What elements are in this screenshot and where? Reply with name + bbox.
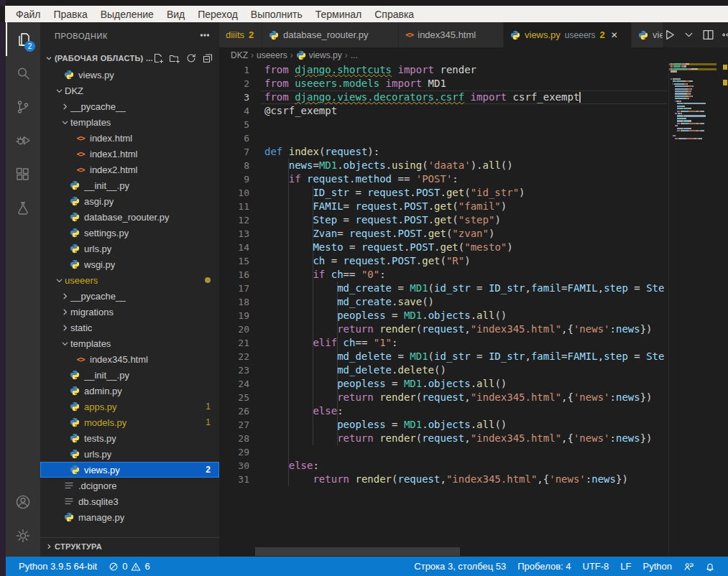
line-number-4[interactable]: 4 xyxy=(219,104,249,118)
feedback-icon[interactable] xyxy=(678,557,699,576)
more-actions-icon[interactable] xyxy=(722,29,728,41)
menu-item-2[interactable]: Выделение xyxy=(94,7,160,22)
code-editor[interactable]: from django.shortcuts import renderfrom … xyxy=(219,63,728,557)
tree-item-db.sqlite3[interactable]: db.sqlite3 xyxy=(40,493,219,509)
code-line-1[interactable]: from django.shortcuts import render xyxy=(219,63,667,77)
line-number-24[interactable]: 24 xyxy=(219,377,249,391)
minimap[interactable] xyxy=(668,63,719,557)
code-line-2[interactable]: from useeers.models import MD1 xyxy=(219,77,667,90)
tree-item-index2.html[interactable]: <>index2.html xyxy=(40,162,219,177)
close-icon[interactable]: ✕ xyxy=(611,30,618,40)
split-editor-icon[interactable] xyxy=(702,29,714,41)
code-line-14[interactable]: Mesto = request.POST.get("mesto") xyxy=(219,241,667,254)
line-number-11[interactable]: 11 xyxy=(219,200,249,213)
code-line-23[interactable]: md_delete.delete() xyxy=(219,363,667,377)
tree-item-settings.py[interactable]: settings.py xyxy=(40,225,219,241)
outline-section-header[interactable]: СТРУКТУРА xyxy=(40,537,219,554)
code-line-16[interactable]: if ch== "0": xyxy=(219,268,667,282)
tree-item-index.html[interactable]: <>index.html xyxy=(40,130,219,146)
line-number-31[interactable]: 31 xyxy=(219,473,249,486)
code-line-9[interactable]: if request.method == 'POST': xyxy=(219,172,667,186)
tree-item-templates[interactable]: templates xyxy=(40,335,219,351)
code-line-6[interactable] xyxy=(219,131,667,145)
code-line-11[interactable]: FAMIL= request.POST.get("famil") xyxy=(219,200,667,213)
tree-item-apps.py[interactable]: apps.py1 xyxy=(40,399,219,414)
overview-ruler[interactable] xyxy=(719,63,728,557)
code-line-20[interactable]: return render(request,"index345.html",{'… xyxy=(219,322,667,336)
more-actions-icon[interactable] xyxy=(199,29,211,42)
problems-status[interactable]: 06 xyxy=(103,557,155,576)
tree-item-useeers[interactable]: useeers xyxy=(40,272,219,288)
code-line-18[interactable]: md_create.save() xyxy=(219,295,667,309)
code-line-8[interactable]: news=MD1.objects.using('daata').all() xyxy=(219,159,667,172)
code-line-27[interactable]: peopless = MD1.objects.all() xyxy=(219,418,667,432)
code-line-15[interactable]: ch = request.POST.get("R") xyxy=(219,254,667,268)
code-line-3[interactable]: from django.views.decorators.csrf import… xyxy=(219,90,667,104)
code-line-21[interactable]: elif ch== "1": xyxy=(219,336,667,350)
line-number-15[interactable]: 15 xyxy=(219,254,249,268)
code-line-22[interactable]: md_delete = MD1(id_str = ID_str,famil=FA… xyxy=(219,350,667,363)
menu-item-5[interactable]: Выполнить xyxy=(244,7,309,22)
line-number-2[interactable]: 2 xyxy=(219,77,249,90)
tree-item-database_roouter.py[interactable]: database_roouter.py xyxy=(40,209,219,225)
tab-views.py[interactable]: views.pyuseeers2✕ xyxy=(504,22,632,47)
status-right-3[interactable]: LF xyxy=(614,557,637,576)
account-icon[interactable] xyxy=(6,485,40,519)
code-line-19[interactable]: peopless = MD1.objects.all() xyxy=(219,309,667,322)
line-number-9[interactable]: 9 xyxy=(219,172,249,186)
tree-item-migrations[interactable]: migrations xyxy=(40,304,219,320)
menu-item-7[interactable]: Справка xyxy=(368,7,420,22)
code-line-12[interactable]: Step = request.POST.get("step") xyxy=(219,213,667,227)
menu-item-1[interactable]: Правка xyxy=(47,7,93,22)
line-number-10[interactable]: 10 xyxy=(219,186,249,200)
explorer-icon[interactable]: 2 xyxy=(6,22,40,56)
status-right-1[interactable]: Пробелов: 4 xyxy=(512,557,576,576)
code-line-31[interactable]: return render(request,"index345.html",{'… xyxy=(219,473,667,486)
code-line-13[interactable]: Zvan= request.POST.get("zvan") xyxy=(219,227,667,241)
new-folder-icon[interactable] xyxy=(169,52,180,64)
tab-database_roouter.py[interactable]: database_roouter.py xyxy=(262,22,399,47)
code-line-29[interactable] xyxy=(219,445,667,459)
chevron-down-icon[interactable] xyxy=(683,29,695,41)
testing-icon[interactable] xyxy=(6,191,40,225)
line-number-23[interactable]: 23 xyxy=(219,363,249,377)
extensions-icon[interactable] xyxy=(6,157,40,191)
settings-gear-icon[interactable] xyxy=(6,519,40,552)
line-number-26[interactable]: 26 xyxy=(219,404,249,418)
tree-item-views.py[interactable]: views.py xyxy=(40,67,219,83)
code-line-26[interactable]: else: xyxy=(219,404,667,418)
tree-item-models.py[interactable]: models.py1 xyxy=(40,414,219,430)
code-line-10[interactable]: ID_str = request.POST.get("id_str") xyxy=(219,186,667,200)
line-number-16[interactable]: 16 xyxy=(219,268,249,282)
collapse-all-icon[interactable] xyxy=(202,52,213,64)
menu-item-3[interactable]: Вид xyxy=(160,7,191,22)
tree-item-index1.html[interactable]: <>index1.html xyxy=(40,146,219,162)
line-number-3[interactable]: 3 xyxy=(219,90,249,104)
line-number-1[interactable]: 1 xyxy=(219,63,249,77)
tree-item-static[interactable]: static xyxy=(40,320,219,335)
status-right-4[interactable]: Python xyxy=(637,557,678,576)
code-line-25[interactable]: return render(request,"index345.html",{'… xyxy=(219,391,667,404)
tree-item-templates[interactable]: templates xyxy=(40,114,219,130)
workspace-section-header[interactable]: (РАБОЧАЯ ОБЛАСТЬ) ... xyxy=(40,50,219,66)
line-number-22[interactable]: 22 xyxy=(219,350,249,363)
tree-item-manage.py[interactable]: manage.py xyxy=(40,509,219,525)
line-number-30[interactable]: 30 xyxy=(219,459,249,473)
tab-index345.html[interactable]: <>index345.html xyxy=(399,22,504,47)
tree-item-urls.py[interactable]: urls.py xyxy=(40,241,219,256)
status-right-0[interactable]: Строка 3, столбец 53 xyxy=(408,557,512,576)
tree-item-asgi.py[interactable]: asgi.py xyxy=(40,193,219,209)
tree-item-index345.html[interactable]: <>index345.html xyxy=(40,351,219,367)
tree-item-__pycache__[interactable]: __pycache__ xyxy=(40,98,219,114)
line-number-17[interactable]: 17 xyxy=(219,282,249,295)
line-number-21[interactable]: 21 xyxy=(219,336,249,350)
bell-icon[interactable] xyxy=(699,557,721,576)
source-control-icon[interactable] xyxy=(6,90,40,124)
breadcrumb-item-1[interactable]: useeers xyxy=(257,50,287,60)
code-line-5[interactable] xyxy=(219,118,667,131)
run-icon[interactable] xyxy=(663,29,676,41)
tree-item-urls.py[interactable]: urls.py xyxy=(40,446,219,462)
status-right-2[interactable]: UTF-8 xyxy=(577,557,615,576)
code-line-7[interactable]: def index(request): xyxy=(219,145,667,159)
tree-item-__init__.py[interactable]: __init__.py xyxy=(40,367,219,383)
